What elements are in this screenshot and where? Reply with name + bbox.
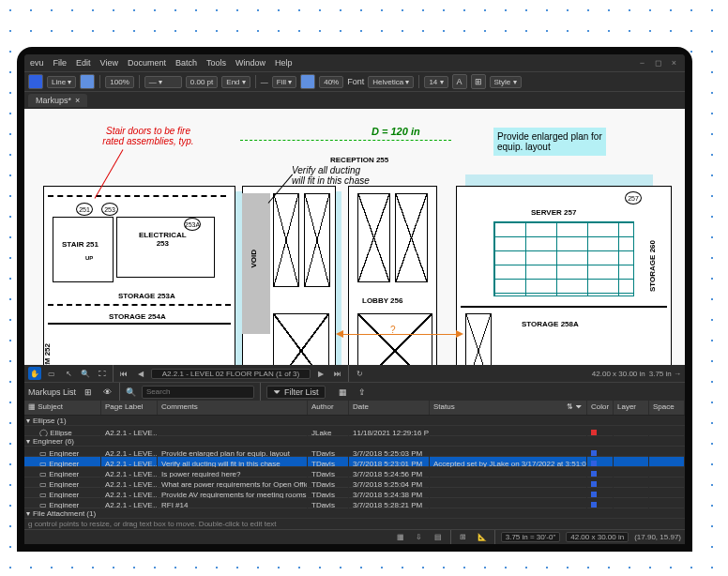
collapse-icon[interactable]: ▾: [26, 417, 30, 425]
pan-tool-icon[interactable]: ✋: [28, 367, 41, 380]
fill-color[interactable]: [300, 74, 315, 89]
zoom-dropdown[interactable]: 100%: [105, 76, 133, 88]
tablet-frame: evu File Edit View Document Batch Tools …: [17, 47, 692, 552]
close-tab-icon[interactable]: ×: [75, 96, 80, 105]
menu-view[interactable]: View: [100, 58, 118, 68]
markup-row[interactable]: ▭ Engineer A2.2.1 - LEVE… What are power…: [24, 477, 685, 488]
minimize-button[interactable]: −: [637, 58, 647, 68]
collapse-icon[interactable]: ▾: [26, 509, 30, 518]
markup-row[interactable]: ◯ Ellipse A2.2.1 - LEVE… JLake 11/18/202…: [24, 426, 685, 436]
zoom-icon[interactable]: 🔍: [79, 367, 92, 380]
pointer-icon[interactable]: ↖: [62, 367, 75, 380]
room-tag: 253A: [184, 218, 201, 231]
callout-server[interactable]: Provide enlarged plan for equip. layout: [493, 128, 606, 156]
columns-icon[interactable]: ▦: [337, 386, 350, 399]
zoom-extents-icon[interactable]: ⛶: [96, 367, 109, 380]
room-label-electrical: ELECTRICAL 253: [139, 231, 187, 248]
property-toolbar: Line ▾ 100% — ▾ 0.00 pt End ▾ — Fill ▾ 4…: [24, 71, 685, 92]
page-indicator[interactable]: A2.2.1 - LEVEL 02 FLOOR PLAN (1 of 3): [151, 369, 311, 379]
server-racks: [493, 221, 634, 296]
rotate-icon[interactable]: ↻: [353, 367, 366, 380]
markups-search-input[interactable]: [142, 386, 254, 399]
line-style-dropdown[interactable]: — ▾: [144, 76, 182, 88]
col-color[interactable]: Color: [587, 401, 614, 415]
color-picker[interactable]: [28, 74, 43, 89]
dimension-label[interactable]: D = 120 in: [372, 126, 420, 137]
opacity[interactable]: 40%: [319, 76, 343, 88]
cap-end-dropdown[interactable]: Fill ▾: [272, 76, 296, 88]
grid-icon[interactable]: ⊞: [457, 531, 470, 544]
menu-edit[interactable]: Edit: [76, 58, 91, 68]
font-size[interactable]: 14 ▾: [424, 76, 447, 88]
fill-picker[interactable]: [80, 74, 95, 89]
summary-icon[interactable]: ▤: [432, 531, 445, 544]
col-date[interactable]: Date: [349, 401, 430, 415]
font-dropdown[interactable]: Helvetica ▾: [368, 76, 414, 88]
room-label-server: SERVER 257: [531, 208, 576, 217]
col-layer[interactable]: Layer: [614, 401, 649, 415]
import-icon[interactable]: ⇩: [413, 531, 426, 544]
cap-start-dropdown[interactable]: End ▾: [221, 76, 250, 88]
markup-row[interactable]: ▭ Engineer A2.2.1 - LEVE… Provide AV req…: [24, 488, 685, 498]
col-status[interactable]: Status ⇅ ⏷: [430, 401, 587, 415]
nav-bar: ✋ ▭ ↖ 🔍 ⛶ ⏮ ◀ A2.2.1 - LEVEL 02 FLOOR PL…: [24, 365, 685, 382]
markup-group-file[interactable]: ▾File Attachment (1): [24, 508, 685, 519]
markups-panel-header: Markups List ⊞ 👁 🔍 ⏷ Filter List ▦ ⇪: [24, 382, 685, 401]
menu-tools[interactable]: Tools: [206, 58, 226, 68]
markup-group-engineer[interactable]: ▾Engineer (6): [24, 436, 685, 447]
tab-markups[interactable]: Markups*×: [28, 94, 87, 107]
prev-page-icon[interactable]: ◀: [134, 367, 147, 380]
cursor-position: (17.90, 15.97): [634, 533, 681, 541]
menu-file[interactable]: File: [53, 58, 68, 68]
markups-list: ▾Ellipse (1) ◯ Ellipse A2.2.1 - LEVE… JL…: [24, 416, 685, 519]
room-stair: [53, 217, 114, 282]
room-tag: 257: [625, 191, 642, 205]
drawing-canvas[interactable]: STAIR 251 UP ELECTRICAL 253 STORAGE 253A…: [24, 109, 685, 365]
room-tag: 253: [101, 203, 118, 216]
last-page-icon[interactable]: ⏭: [331, 367, 344, 380]
callout-stair-doors[interactable]: Stair doors to be fire rated assemblies,…: [73, 126, 223, 146]
col-author[interactable]: Author: [308, 401, 349, 415]
line-tool-dropdown[interactable]: Line ▾: [47, 76, 76, 88]
room-tag: 251: [76, 203, 93, 216]
col-page[interactable]: Page Label: [101, 401, 158, 415]
menu-document[interactable]: Document: [128, 58, 166, 68]
text-settings-icon[interactable]: ⊞: [471, 74, 486, 89]
close-button[interactable]: ×: [669, 58, 679, 68]
arrow-markup[interactable]: [339, 334, 456, 335]
export-icon[interactable]: ⇪: [356, 386, 369, 399]
room-label-lobby: LOBBY 256: [362, 296, 402, 305]
text-color[interactable]: A: [452, 74, 467, 89]
col-comments[interactable]: Comments: [158, 401, 308, 415]
manage-columns-icon[interactable]: ▦: [394, 531, 407, 544]
menu-window[interactable]: Window: [235, 58, 265, 68]
markup-group-ellipse[interactable]: ▾Ellipse (1): [24, 416, 685, 426]
markup-row-selected[interactable]: ▭ Engineer A2.2.1 - LEVE… Verify all duc…: [24, 457, 685, 467]
collapse-icon[interactable]: ▾: [26, 437, 30, 446]
callout-ducting[interactable]: Verify all ducting will fit in this chas…: [292, 165, 423, 186]
hint-text: g control points to resize, or drag text…: [24, 519, 685, 529]
next-page-icon[interactable]: ▶: [314, 367, 327, 380]
panel-menu-icon[interactable]: ⊞: [82, 386, 95, 399]
maximize-button[interactable]: ◻: [653, 58, 663, 68]
scale-indicator[interactable]: 3.75 in = 30'-0": [501, 532, 561, 542]
col-subject[interactable]: ▦ Subject: [24, 401, 101, 415]
markup-row[interactable]: ▭ Engineer A2.2.1 - LEVE… Provide enlarg…: [24, 447, 685, 457]
markups-title: Markups List: [28, 387, 76, 397]
hide-markups-icon[interactable]: 👁: [100, 386, 114, 399]
menu-help[interactable]: Help: [275, 58, 293, 68]
col-space[interactable]: Space: [649, 401, 685, 415]
select-tool-icon[interactable]: ▭: [45, 367, 58, 380]
status-bar: ▦ ⇩ ▤ ⊞ 📐 3.75 in = 30'-0" 42.00 x 30.00…: [24, 529, 685, 544]
filter-dropdown[interactable]: ⏷ Filter List: [266, 386, 326, 399]
first-page-icon[interactable]: ⏮: [117, 367, 130, 380]
app-name: evu: [30, 58, 44, 68]
menu-batch[interactable]: Batch: [175, 58, 197, 68]
markup-row[interactable]: ▭ Engineer A2.2.1 - LEVE… Is power requi…: [24, 467, 685, 477]
measure-icon[interactable]: 📐: [476, 531, 489, 544]
markup-row[interactable]: ▭ Engineer A2.2.1 - LEVE… RFI #14 TDavis…: [24, 498, 685, 508]
page-dim: 42.00 x 30.00 in: [566, 532, 629, 542]
style-dropdown[interactable]: Style ▾: [490, 76, 522, 88]
font-label: Font: [347, 77, 364, 86]
line-width[interactable]: 0.00 pt: [186, 76, 218, 88]
